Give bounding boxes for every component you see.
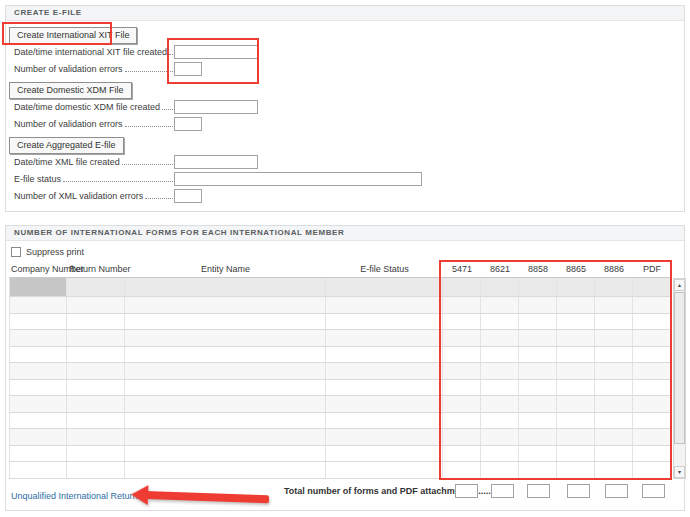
table-cell[interactable] (9, 314, 67, 330)
table-cell[interactable] (326, 278, 443, 296)
table-row[interactable] (9, 363, 671, 380)
table-cell[interactable] (326, 314, 443, 330)
create-domestic-xdm-file-button[interactable]: Create Domestic XDM File (9, 82, 132, 99)
table-row[interactable] (9, 413, 671, 430)
table-cell[interactable] (326, 363, 443, 379)
table-cell[interactable] (9, 347, 67, 363)
table-cell[interactable] (326, 429, 443, 445)
table-row[interactable] (9, 297, 671, 314)
table-cell[interactable] (67, 413, 125, 429)
table-cell[interactable] (326, 396, 443, 412)
table-cell[interactable] (443, 396, 481, 412)
table-cell[interactable] (481, 462, 519, 478)
table-cell[interactable] (443, 278, 481, 296)
table-row[interactable] (9, 278, 671, 297)
table-cell[interactable] (125, 314, 326, 330)
table-cell[interactable] (125, 297, 326, 313)
table-cell[interactable] (519, 347, 557, 363)
table-row[interactable] (9, 446, 671, 463)
table-cell[interactable] (125, 347, 326, 363)
table-cell[interactable] (557, 462, 595, 478)
table-cell[interactable] (67, 462, 125, 478)
table-cell[interactable] (481, 413, 519, 429)
table-cell[interactable] (67, 297, 125, 313)
dom-errors-input[interactable] (174, 117, 202, 131)
table-cell[interactable] (595, 347, 633, 363)
efile-status-input[interactable] (174, 172, 422, 186)
table-cell[interactable] (595, 363, 633, 379)
table-cell[interactable] (443, 330, 481, 346)
table-cell[interactable] (67, 429, 125, 445)
table-cell[interactable] (633, 297, 671, 313)
scroll-up-icon[interactable]: ▴ (674, 279, 685, 291)
table-cell[interactable] (67, 314, 125, 330)
table-cell[interactable] (9, 446, 67, 462)
table-cell[interactable] (443, 380, 481, 396)
table-cell[interactable] (557, 314, 595, 330)
table-cell[interactable] (9, 429, 67, 445)
table-cell[interactable] (481, 330, 519, 346)
table-cell[interactable] (633, 380, 671, 396)
table-cell[interactable] (326, 347, 443, 363)
table-cell[interactable] (595, 446, 633, 462)
table-cell[interactable] (326, 380, 443, 396)
total-forms-input-8886[interactable] (605, 484, 628, 498)
table-cell[interactable] (443, 429, 481, 445)
table-cell[interactable] (557, 347, 595, 363)
table-cell[interactable] (481, 446, 519, 462)
table-row[interactable] (9, 380, 671, 397)
table-cell[interactable] (519, 396, 557, 412)
table-cell[interactable] (557, 297, 595, 313)
table-cell[interactable] (443, 314, 481, 330)
table-cell[interactable] (125, 363, 326, 379)
table-cell[interactable] (67, 363, 125, 379)
total-forms-input-8621[interactable] (491, 484, 514, 498)
table-scrollbar[interactable]: ▴ ▾ (673, 278, 686, 479)
table-cell[interactable] (519, 330, 557, 346)
table-cell[interactable] (481, 380, 519, 396)
table-cell[interactable] (595, 462, 633, 478)
table-cell[interactable] (595, 297, 633, 313)
table-cell[interactable] (557, 446, 595, 462)
table-cell[interactable] (633, 314, 671, 330)
table-cell[interactable] (481, 347, 519, 363)
table-cell[interactable] (481, 314, 519, 330)
table-cell[interactable] (557, 330, 595, 346)
table-cell[interactable] (443, 446, 481, 462)
total-forms-input-pdf[interactable] (642, 484, 665, 498)
table-cell[interactable] (595, 314, 633, 330)
table-row[interactable] (9, 347, 671, 364)
table-cell[interactable] (595, 380, 633, 396)
table-cell[interactable] (633, 462, 671, 478)
table-cell[interactable] (67, 396, 125, 412)
table-cell[interactable] (9, 330, 67, 346)
table-cell[interactable] (633, 396, 671, 412)
table-cell[interactable] (595, 413, 633, 429)
total-forms-input-5471[interactable] (455, 484, 478, 498)
table-cell[interactable] (125, 462, 326, 478)
table-row[interactable] (9, 330, 671, 347)
unqualified-international-returns-link[interactable]: Unqualified International Returns List (11, 491, 159, 501)
table-cell[interactable] (443, 462, 481, 478)
table-cell[interactable] (125, 330, 326, 346)
table-cell[interactable] (633, 347, 671, 363)
table-cell[interactable] (557, 429, 595, 445)
table-cell[interactable] (9, 462, 67, 478)
table-cell[interactable] (519, 413, 557, 429)
table-cell[interactable] (557, 363, 595, 379)
table-cell[interactable] (519, 429, 557, 445)
table-cell[interactable] (9, 380, 67, 396)
table-cell[interactable] (67, 380, 125, 396)
table-cell[interactable] (481, 429, 519, 445)
table-cell[interactable] (519, 314, 557, 330)
table-cell[interactable] (595, 429, 633, 445)
table-cell[interactable] (443, 363, 481, 379)
table-cell[interactable] (125, 446, 326, 462)
suppress-print-checkbox[interactable] (11, 247, 21, 257)
table-cell[interactable] (519, 462, 557, 478)
table-cell[interactable] (67, 446, 125, 462)
table-cell[interactable] (633, 413, 671, 429)
table-cell[interactable] (67, 278, 125, 296)
table-cell[interactable] (9, 396, 67, 412)
table-cell[interactable] (557, 396, 595, 412)
